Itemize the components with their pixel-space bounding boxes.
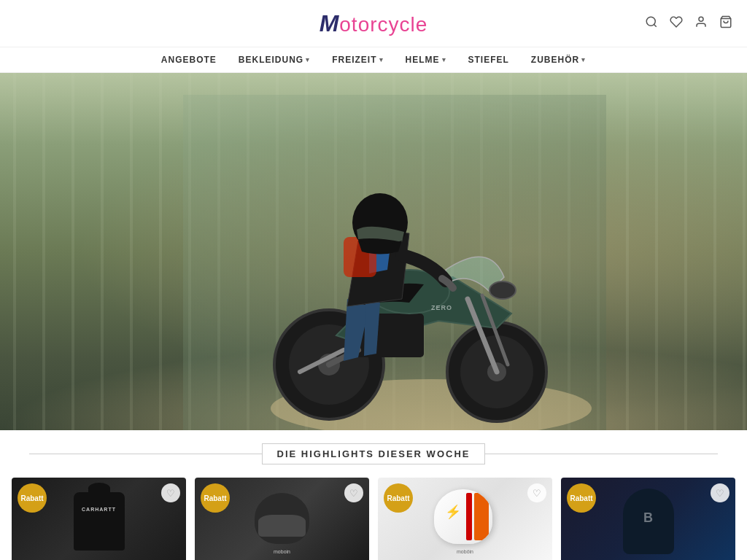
badge-rabatt-2: Rabatt — [201, 483, 230, 513]
chevron-down-icon: ▾ — [581, 56, 586, 63]
nav-item-bekleidung[interactable]: BEKLEIDUNG ▾ — [239, 55, 310, 65]
hero-banner: ZERO — [0, 73, 747, 430]
main-nav: ANGEBOTE BEKLEIDUNG ▾ FREIZEIT ▾ HELME ▾… — [0, 47, 747, 73]
svg-point-2 — [699, 17, 703, 21]
highlights-header: DIE HIGHLIGHTS DIESER WOCHE — [0, 430, 747, 478]
chevron-down-icon: ▾ — [379, 56, 384, 63]
header-icons — [645, 15, 732, 32]
badge-rabatt-3: Rabatt — [384, 483, 413, 513]
hero-illustration: ZERO — [183, 95, 606, 430]
divider-left — [29, 454, 262, 454]
highlights-title: DIE HIGHLIGHTS DIESER WOCHE — [262, 443, 486, 464]
search-icon[interactable] — [645, 15, 658, 32]
wishlist-button-3[interactable]: ♡ — [527, 483, 546, 502]
chevron-down-icon: ▾ — [306, 56, 310, 63]
product-card-3[interactable]: Rabatt ♡ ⚡ moböin — [378, 478, 552, 560]
nav-item-stiefel[interactable]: STIEFEL — [468, 55, 509, 65]
divider-right — [485, 454, 718, 454]
logo[interactable]: Motorcycle — [320, 10, 428, 37]
product-brand-4: B — [623, 489, 674, 526]
product-card-1[interactable]: Rabatt ♡ CARHARTT — [12, 478, 186, 560]
wishlist-icon[interactable] — [670, 15, 683, 32]
products-row: Rabatt ♡ CARHARTT Rabatt ♡ moboin — [0, 478, 747, 560]
wishlist-button-2[interactable]: ♡ — [344, 483, 363, 502]
nav-item-angebote[interactable]: ANGEBOTE — [161, 55, 217, 65]
cart-icon[interactable] — [719, 15, 732, 32]
nav-item-zubehor[interactable]: ZUBEHÖR ▾ — [531, 55, 586, 65]
logo-m: M — [320, 10, 340, 36]
nav-item-helme[interactable]: HELME ▾ — [406, 55, 446, 65]
logo-rest: otorcycle — [339, 13, 427, 36]
user-icon[interactable] — [694, 15, 708, 32]
product-card-2[interactable]: Rabatt ♡ moboin — [195, 478, 369, 560]
svg-point-0 — [646, 17, 655, 26]
chevron-down-icon: ▾ — [442, 56, 446, 63]
product-brand-3: moböin — [434, 549, 496, 554]
wishlist-button-1[interactable]: ♡ — [161, 483, 180, 502]
badge-rabatt-4: Rabatt — [567, 483, 596, 513]
header: Motorcycle — [0, 0, 747, 47]
svg-point-13 — [489, 281, 516, 299]
nav-item-freizeit[interactable]: FREIZEIT ▾ — [332, 55, 383, 65]
svg-text:ZERO: ZERO — [431, 304, 452, 311]
wishlist-button-4[interactable]: ♡ — [711, 483, 729, 502]
product-brand-1: CARHARTT — [74, 492, 125, 512]
svg-line-1 — [654, 24, 656, 26]
product-brand-2: moboin — [251, 549, 313, 554]
badge-rabatt-1: Rabatt — [18, 483, 47, 513]
product-card-4[interactable]: Rabatt ♡ B — [561, 478, 735, 560]
